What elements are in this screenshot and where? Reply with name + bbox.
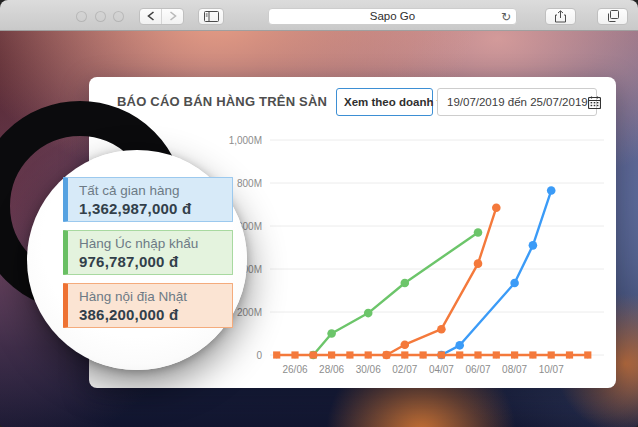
share-icon — [555, 10, 566, 23]
tabs-icon — [607, 10, 619, 22]
legend-item-japan-domestic[interactable]: Hàng nội địa Nhật 386,200,000 đ — [63, 283, 233, 328]
browser-window: Sapo Go ↻ BÁO CÁO BÁN HÀNG TRÊN SÀN Xem … — [0, 0, 638, 427]
sidebar-panel-icon — [204, 11, 219, 22]
svg-text:1,000M: 1,000M — [229, 135, 262, 146]
close-window-button[interactable] — [76, 11, 87, 22]
reload-icon[interactable]: ↻ — [501, 10, 511, 24]
svg-text:0: 0 — [256, 350, 262, 361]
svg-text:26/06: 26/06 — [282, 364, 307, 375]
legend-value: 976,787,000 đ — [79, 252, 232, 271]
legend-label: Hàng Úc nhập khẩu — [79, 236, 232, 252]
svg-text:30/06: 30/06 — [356, 364, 381, 375]
chevron-right-icon — [169, 11, 177, 21]
svg-text:200M: 200M — [237, 307, 262, 318]
chevron-left-icon — [147, 11, 155, 21]
browser-toolbar: Sapo Go ↻ — [0, 0, 638, 31]
minimize-window-button[interactable] — [95, 11, 106, 22]
page-title: Sapo Go — [370, 10, 415, 22]
legend-value: 386,200,000 đ — [79, 305, 232, 324]
svg-text:08/07: 08/07 — [502, 364, 527, 375]
legend-item-uc-import[interactable]: Hàng Úc nhập khẩu 976,787,000 đ — [63, 230, 233, 275]
svg-text:02/07: 02/07 — [392, 364, 417, 375]
svg-text:800M: 800M — [237, 178, 262, 189]
legend-value: 1,362,987,000 đ — [79, 199, 232, 218]
svg-text:28/06: 28/06 — [319, 364, 344, 375]
forward-button[interactable] — [161, 9, 183, 24]
tabs-overview-button[interactable] — [597, 8, 628, 25]
page-background: BÁO CÁO BÁN HÀNG TRÊN SÀN Xem theo doanh… — [0, 31, 638, 427]
legend-label: Hàng nội địa Nhật — [79, 289, 232, 305]
sidebar-toggle-button[interactable] — [198, 8, 224, 25]
zoom-window-button[interactable] — [113, 11, 124, 22]
nav-button-group — [139, 8, 184, 25]
svg-text:04/07: 04/07 — [429, 364, 454, 375]
svg-text:10/07: 10/07 — [539, 364, 564, 375]
legend-item-all-stores[interactable]: Tất cả gian hàng 1,362,987,000 đ — [63, 177, 233, 222]
back-button[interactable] — [140, 9, 161, 24]
legend-label: Tất cả gian hàng — [79, 183, 232, 199]
share-button[interactable] — [545, 8, 576, 25]
svg-text:06/07: 06/07 — [465, 364, 490, 375]
address-bar[interactable]: Sapo Go ↻ — [268, 8, 517, 25]
